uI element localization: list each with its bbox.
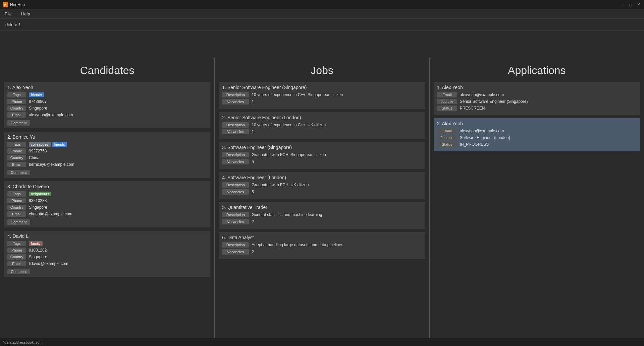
description-value: Graduated with FCH, UK citizen bbox=[252, 182, 309, 188]
app-email-value: alexyeoh@example.com bbox=[460, 92, 504, 97]
phone-value: 93210283 bbox=[29, 198, 47, 203]
tags-label: Tags bbox=[7, 241, 26, 246]
description-value: Good at statistics and machine learning bbox=[252, 212, 322, 218]
window-controls: — □ ✕ bbox=[620, 2, 641, 7]
phone-value: 91031282 bbox=[29, 248, 47, 253]
close-button[interactable]: ✕ bbox=[636, 2, 641, 7]
maximize-button[interactable]: □ bbox=[628, 2, 633, 7]
description-row: DescriptionGood at statistics and machin… bbox=[222, 212, 422, 218]
tags-row: Tagsneighbours bbox=[7, 191, 207, 197]
job-card[interactable]: 4. Software Engineer (London)Description… bbox=[219, 172, 425, 199]
main-content: Candidates 1. Alex YeohTagsfriendsPhone8… bbox=[0, 58, 644, 338]
job-card[interactable]: 1. Senior Software Engineer (Singapore)D… bbox=[219, 82, 425, 109]
country-value: Singapore bbox=[29, 255, 47, 259]
email-value: lidavid@example.com bbox=[29, 261, 68, 266]
vacancies-row: Vacancies1 bbox=[222, 99, 422, 105]
tag-badge: friends bbox=[29, 92, 44, 97]
vacancies-row: Vacancies5 bbox=[222, 159, 422, 165]
phone-value: 87438807 bbox=[29, 99, 47, 104]
app-status-label: Status bbox=[437, 142, 457, 147]
candidate-card[interactable]: 3. Charlotte OliveiroTagsneighboursPhone… bbox=[4, 181, 210, 227]
vacancies-label: Vacancies bbox=[222, 129, 249, 134]
comment-button[interactable]: Comment bbox=[7, 269, 30, 274]
tags-label: Tags bbox=[7, 142, 26, 147]
job-card[interactable]: 2. Senior Software Engineer (London)Desc… bbox=[219, 112, 425, 139]
phone-label: Phone bbox=[7, 148, 26, 154]
jobs-header: Jobs bbox=[215, 58, 429, 82]
app-status-row: StatusIN_PROGRESS bbox=[437, 142, 637, 147]
country-label: Country bbox=[7, 155, 26, 160]
phone-row: Phone93210283 bbox=[7, 198, 207, 203]
app-jobtitle-value: Software Engineer (London) bbox=[460, 135, 510, 140]
country-row: CountrySingapore bbox=[7, 254, 207, 260]
minimize-button[interactable]: — bbox=[620, 2, 625, 7]
candidate-card[interactable]: 4. David LiTagsfamilyPhone91031282Countr… bbox=[4, 231, 210, 277]
country-value: China bbox=[29, 155, 39, 160]
description-row: Description10 years of experience in C++… bbox=[222, 122, 422, 128]
comment-button[interactable]: Comment bbox=[7, 170, 30, 175]
app-icon: H bbox=[3, 2, 8, 7]
job-name: 3. Software Engineer (Singapore) bbox=[222, 145, 422, 150]
app-email-row: Emailalexyeoh@example.com bbox=[437, 128, 637, 134]
app-email-label: Email bbox=[437, 92, 457, 97]
applications-column: Applications 1. Alex YeohEmailalexyeoh@e… bbox=[430, 58, 644, 338]
vacancies-value: 5 bbox=[252, 159, 254, 165]
job-name: 1. Senior Software Engineer (Singapore) bbox=[222, 85, 422, 90]
job-card[interactable]: 6. Data AnalystDescriptionAdept at handl… bbox=[219, 232, 425, 259]
job-card[interactable]: 3. Software Engineer (Singapore)Descript… bbox=[219, 142, 425, 169]
description-value: Graduated with FCH, Singaporean citizen bbox=[252, 152, 326, 158]
candidate-name: 1. Alex Yeoh bbox=[7, 85, 207, 90]
candidate-name: 2. Bernice Yu bbox=[7, 134, 207, 140]
candidate-card[interactable]: 2. Bernice YuTagscolleaguesfriendsPhone9… bbox=[4, 132, 210, 178]
job-name: 6. Data Analyst bbox=[222, 235, 422, 240]
vacancies-label: Vacancies bbox=[222, 249, 249, 255]
tags-row: Tagsfriends bbox=[7, 92, 207, 97]
description-label: Description bbox=[222, 92, 249, 97]
vacancies-row: Vacancies5 bbox=[222, 189, 422, 195]
candidate-card[interactable]: 1. Alex YeohTagsfriendsPhone87438807Coun… bbox=[4, 82, 210, 128]
description-label: Description bbox=[222, 242, 249, 248]
app-status-label: Status bbox=[437, 106, 457, 111]
description-label: Description bbox=[222, 182, 249, 188]
phone-row: Phone87438807 bbox=[7, 99, 207, 104]
comment-button[interactable]: Comment bbox=[7, 219, 30, 225]
vacancies-value: 2 bbox=[252, 249, 254, 255]
email-value: berniceyu@example.com bbox=[29, 162, 74, 167]
candidate-name: 3. Charlotte Oliveiro bbox=[7, 184, 207, 189]
jobs-column: Jobs 1. Senior Software Engineer (Singap… bbox=[215, 58, 429, 338]
phone-label: Phone bbox=[7, 99, 26, 104]
vacancies-label: Vacancies bbox=[222, 99, 249, 105]
actionbar: delete 1 bbox=[0, 19, 644, 31]
app-status-row: StatusPRESCREEN bbox=[437, 106, 637, 111]
app-status-value: PRESCREEN bbox=[460, 106, 485, 111]
job-name: 4. Software Engineer (London) bbox=[222, 175, 422, 180]
comment-button[interactable]: Comment bbox=[7, 120, 30, 126]
app-title: HireHub bbox=[10, 2, 620, 7]
app-jobtitle-row: Job titleSenior Software Engineer (Singa… bbox=[437, 99, 637, 104]
app-status-value: IN_PROGRESS bbox=[460, 142, 489, 147]
menubar: File Help bbox=[0, 9, 644, 19]
country-label: Country bbox=[7, 205, 26, 210]
menu-file[interactable]: File bbox=[3, 11, 14, 17]
jobs-body: 1. Senior Software Engineer (Singapore)D… bbox=[215, 82, 429, 338]
application-card[interactable]: 2. Alex YeohEmailalexyeoh@example.comJob… bbox=[434, 118, 640, 151]
country-row: CountrySingapore bbox=[7, 205, 207, 210]
tags-row: Tagscolleaguesfriends bbox=[7, 142, 207, 147]
description-label: Description bbox=[222, 212, 249, 217]
application-card[interactable]: 1. Alex YeohEmailalexyeoh@example.comJob… bbox=[434, 82, 640, 115]
app-email-row: Emailalexyeoh@example.com bbox=[437, 92, 637, 97]
job-name: 2. Senior Software Engineer (London) bbox=[222, 115, 422, 120]
description-value: Adept at handling large datasets and dat… bbox=[252, 242, 343, 248]
menu-help[interactable]: Help bbox=[19, 11, 32, 17]
job-card[interactable]: 5. Quantitative TraderDescriptionGood at… bbox=[219, 202, 425, 229]
email-label: Email bbox=[7, 112, 26, 118]
vacancies-label: Vacancies bbox=[222, 219, 249, 224]
vacancies-row: Vacancies2 bbox=[222, 219, 422, 225]
app-jobtitle-row: Job titleSoftware Engineer (London) bbox=[437, 135, 637, 140]
description-row: DescriptionAdept at handling large datas… bbox=[222, 242, 422, 248]
country-value: Singapore bbox=[29, 106, 47, 111]
phone-value: 99272758 bbox=[29, 149, 47, 153]
phone-row: Phone99272758 bbox=[7, 148, 207, 154]
action-text: delete 1 bbox=[5, 22, 21, 27]
country-value: Singapore bbox=[29, 205, 47, 210]
